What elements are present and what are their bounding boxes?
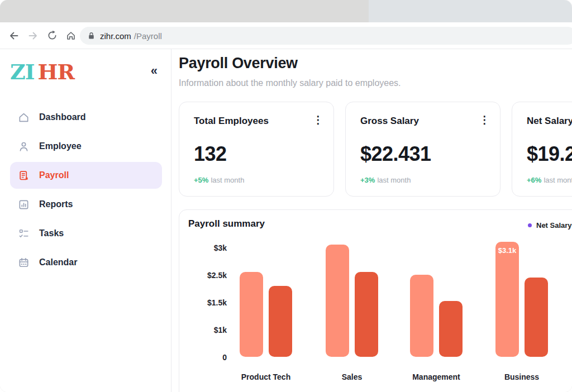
y-axis-tick: $1.5k: [185, 298, 227, 308]
sidebar-item-label: Calendar: [39, 257, 77, 267]
sidebar-menu: Dashboard Employee Payroll: [10, 104, 162, 278]
stat-card-delta: +6%: [527, 176, 541, 184]
y-axis-tick: $3k: [185, 243, 227, 253]
sidebar-item-calendar[interactable]: Calendar: [10, 249, 162, 276]
bar-management-salary-light[interactable]: [410, 275, 433, 357]
bar-management-salary-dark[interactable]: [439, 301, 463, 357]
stat-card-gross-salary: Gross Salary ⋮ $22.431 +3%last month: [345, 102, 500, 197]
browser-window: zihr.com /Payroll ZIHR « Dashboard: [0, 0, 572, 392]
page-title: Payroll Overview: [179, 55, 298, 72]
window-title-bar-left: [0, 0, 369, 22]
sidebar-item-payroll[interactable]: Payroll: [10, 162, 162, 189]
calendar-icon: [17, 256, 30, 269]
logo-part-zi: ZI: [10, 59, 35, 84]
stat-card-net-salary: Net Salary ⋮ $19.2 +6%last month: [512, 102, 572, 197]
stat-card-title: Net Salary: [527, 116, 572, 127]
window-title-bar: [0, 0, 572, 22]
home-icon: [17, 111, 30, 123]
stat-card-delta: +3%: [360, 176, 375, 184]
stat-card-value: $19.2: [527, 142, 572, 166]
stat-card-delta-note: last month: [377, 176, 411, 184]
stat-card-delta: +5%: [194, 176, 208, 184]
y-axis-tick: 0: [185, 352, 227, 362]
sidebar-item-tasks[interactable]: Tasks: [10, 220, 162, 247]
y-axis-tick: $1k: [185, 325, 227, 335]
app-content: ZIHR « Dashboard Employee: [0, 49, 572, 392]
bar-chart-icon: [17, 198, 30, 211]
url-path: /Payroll: [134, 31, 162, 41]
payroll-summary-card: Payroll summary Net Salary $3k$2.5k$1.5k…: [179, 209, 572, 392]
page-subtitle: Information about the monthly salary pai…: [179, 78, 401, 88]
stat-card-value: 132: [194, 142, 227, 166]
stat-card-delta-row: +3%last month: [360, 176, 411, 184]
home-icon[interactable]: [63, 27, 79, 44]
stat-card-title: Total Employees: [194, 116, 269, 127]
url-domain: zihr.com: [100, 31, 131, 41]
sidebar-item-reports[interactable]: Reports: [10, 191, 162, 218]
sidebar-item-dashboard[interactable]: Dashboard: [10, 104, 162, 131]
bar-value-label: $3.1k: [495, 246, 519, 255]
stat-card-delta-note: last month: [544, 176, 572, 184]
kebab-menu-icon[interactable]: ⋮: [479, 114, 490, 125]
stat-card-title: Gross Salary: [360, 116, 419, 127]
x-axis-label: Sales: [318, 372, 385, 381]
y-axis-tick: $2.5k: [185, 270, 227, 280]
url-bar[interactable]: zihr.com /Payroll: [80, 27, 572, 45]
bar-sales-salary-light[interactable]: [326, 245, 349, 357]
lock-icon: [88, 32, 95, 40]
tasks-icon: [17, 227, 30, 240]
bar-sales-salary-dark[interactable]: [355, 272, 378, 357]
sidebar-item-label: Employee: [39, 141, 82, 151]
stat-card-total-employees: Total Employees ⋮ 132 +5%last month: [179, 102, 334, 197]
sidebar-collapse-icon[interactable]: «: [151, 65, 158, 77]
stat-card-delta-note: last month: [211, 176, 244, 184]
back-icon[interactable]: [6, 27, 22, 44]
kebab-menu-icon[interactable]: ⋮: [313, 114, 323, 125]
invoice-icon: [17, 169, 30, 181]
logo-part-hr: HR: [38, 59, 74, 84]
reload-icon[interactable]: [44, 27, 60, 44]
browser-toolbar: zihr.com /Payroll: [0, 22, 572, 49]
forward-icon[interactable]: [25, 27, 41, 44]
sidebar-item-label: Reports: [39, 199, 73, 209]
x-axis-label: Product Tech: [232, 372, 299, 381]
sidebar-item-label: Tasks: [39, 228, 64, 238]
x-axis-label: Management: [403, 372, 470, 381]
sidebar-item-employee[interactable]: Employee: [10, 133, 162, 160]
main-content: Payroll Overview Information about the m…: [171, 49, 572, 392]
bar-business-salary-dark[interactable]: [525, 278, 548, 357]
bar-product-tech-salary-light[interactable]: [240, 272, 263, 357]
sidebar-item-label: Payroll: [39, 170, 69, 180]
bar-business-salary-light[interactable]: $3.1k: [495, 242, 519, 357]
stat-card-value: $22.431: [360, 142, 431, 166]
stat-card-delta-row: +5%last month: [194, 176, 244, 184]
stat-card-delta-row: +6%last month: [527, 176, 572, 184]
sidebar-item-label: Dashboard: [39, 112, 86, 122]
sidebar: ZIHR « Dashboard Employee: [0, 49, 171, 392]
user-icon: [17, 140, 30, 152]
app-logo: ZIHR: [10, 59, 74, 84]
bar-product-tech-salary-dark[interactable]: [269, 286, 292, 357]
x-axis-label: Business: [488, 372, 555, 381]
payroll-chart-plot: $3k$2.5k$1.5k$1k0Product TechSalesManage…: [179, 210, 572, 392]
